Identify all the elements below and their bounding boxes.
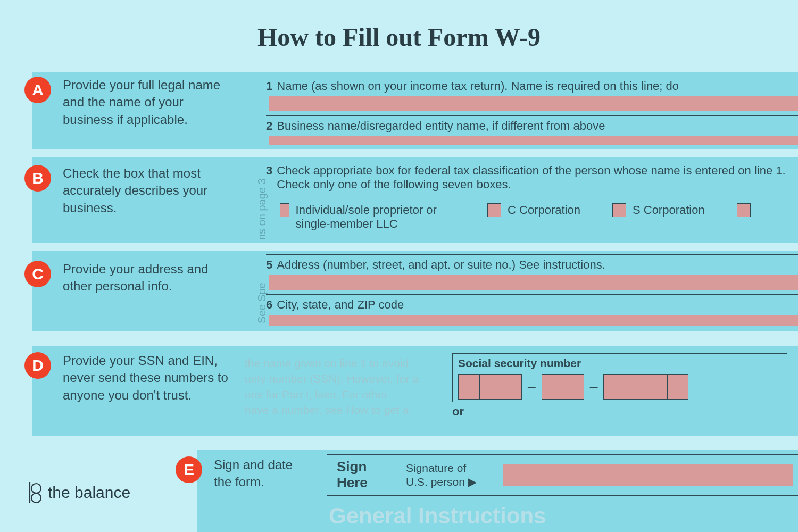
checkbox-opt2[interactable]: C Corporation (487, 203, 580, 217)
checkbox-icon (487, 203, 501, 217)
line1-text: Name (as shown on your income tax return… (277, 79, 679, 93)
badge-d: D (24, 352, 51, 379)
arrow-icon: ▶ (468, 476, 477, 488)
us-person: U.S. person (406, 476, 465, 488)
checkbox-opt1[interactable]: Individual/sole proprietor or single-mem… (280, 203, 455, 231)
line1-field[interactable] (269, 96, 798, 111)
line2-text: Business name/disregarded entity name, i… (277, 119, 605, 132)
tip-e: Sign and date the form. (214, 456, 310, 491)
checkbox-opt3[interactable]: S Corporation (612, 203, 705, 217)
ssn-label: Social security number (458, 357, 782, 370)
line5-text: Address (number, street, and apt. or sui… (277, 258, 605, 271)
sig-of: Signature of (406, 461, 466, 475)
line5-field[interactable] (269, 275, 798, 290)
checkbox-icon (737, 203, 751, 217)
badge-c: C (24, 261, 51, 287)
badge-a: A (24, 77, 51, 103)
checkbox-icon (612, 203, 626, 217)
line2-field[interactable] (269, 136, 798, 145)
line3-num: 3 (266, 164, 272, 192)
balance-icon (24, 481, 43, 504)
tip-a: Provide your full legal name and the nam… (63, 77, 233, 128)
line6-field[interactable] (269, 315, 798, 326)
checkbox-opt4[interactable] (737, 203, 757, 217)
line3-text: Check appropriate box for federal tax cl… (277, 164, 798, 192)
line6-num: 6 (266, 298, 272, 311)
brand-logo: the balance (24, 481, 130, 504)
line5-num: 5 (266, 258, 272, 271)
tip-c: Provide your address and other personal … (63, 261, 222, 295)
line2-num: 2 (266, 119, 272, 132)
signature-field[interactable] (503, 464, 793, 486)
sign-here: Sign Here (337, 459, 386, 491)
page-title: How to Fill out Form W-9 (0, 0, 798, 68)
checkbox-icon (280, 203, 289, 217)
ssn-field[interactable]: – – (458, 374, 782, 400)
general-instructions: General Instructions (329, 503, 798, 529)
svg-point-1 (31, 484, 41, 493)
line6-text: City, state, and ZIP code (277, 298, 404, 311)
or-label: or (452, 405, 787, 419)
tip-d: Provide your SSN and EIN, never send the… (63, 352, 233, 404)
ssn-faded-text: the name given on line 1 to avoid urity … (245, 355, 431, 418)
badge-e: E (176, 456, 202, 483)
svg-point-2 (31, 493, 41, 503)
badge-b: B (24, 165, 51, 192)
line1-num: 1 (266, 79, 272, 93)
tip-b: Check the box that most accurately descr… (63, 165, 222, 217)
